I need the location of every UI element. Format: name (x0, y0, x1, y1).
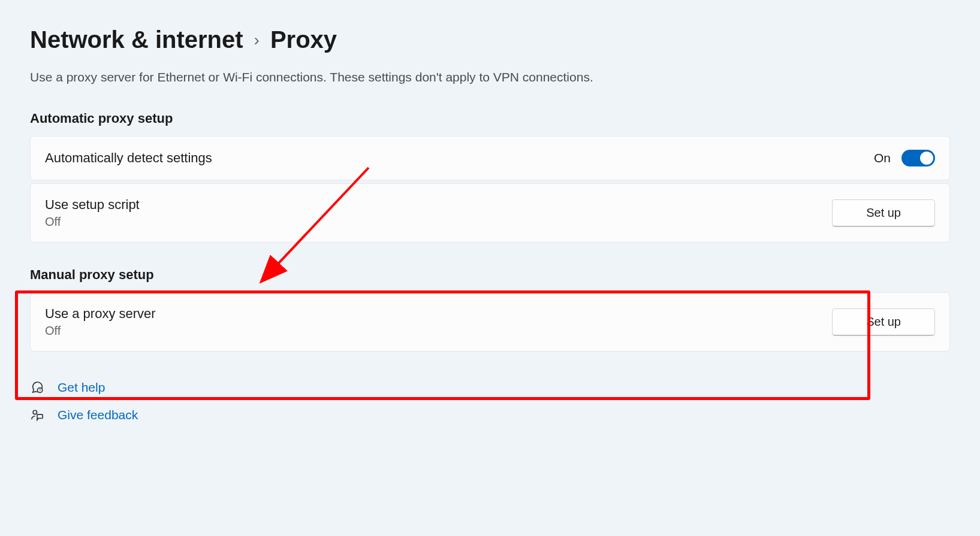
get-help-text: Get help (58, 380, 105, 395)
breadcrumb-current: Proxy (270, 26, 337, 53)
chevron-right-icon: › (254, 31, 260, 50)
toggle-knob (920, 152, 933, 165)
feedback-icon (30, 408, 44, 422)
use-proxy-status: Off (45, 324, 156, 338)
setup-script-button[interactable]: Set up (832, 199, 935, 227)
breadcrumb-parent[interactable]: Network & internet (30, 26, 243, 53)
svg-text:?: ? (39, 388, 41, 392)
get-help-link[interactable]: ? Get help (30, 380, 950, 395)
breadcrumb: Network & internet › Proxy (30, 26, 950, 53)
auto-detect-label: Automatically detect settings (45, 150, 212, 166)
automatic-proxy-heading: Automatic proxy setup (30, 111, 950, 126)
auto-detect-toggle[interactable] (901, 150, 935, 166)
auto-detect-card: Automatically detect settings On (30, 136, 950, 180)
setup-script-label: Use setup script (45, 197, 140, 213)
give-feedback-link[interactable]: Give feedback (30, 408, 950, 422)
help-icon: ? (30, 381, 44, 394)
setup-script-status: Off (45, 215, 140, 229)
help-links: ? Get help Give feedback (30, 380, 950, 422)
svg-rect-3 (37, 414, 43, 418)
use-proxy-setup-button[interactable]: Set up (832, 308, 935, 336)
use-proxy-card: Use a proxy server Off Set up (30, 292, 950, 352)
give-feedback-text: Give feedback (58, 408, 138, 422)
auto-detect-state-text: On (874, 151, 891, 165)
page-description: Use a proxy server for Ethernet or Wi-Fi… (30, 70, 950, 84)
setup-script-card: Use setup script Off Set up (30, 183, 950, 243)
svg-point-2 (33, 410, 37, 414)
use-proxy-label: Use a proxy server (45, 306, 156, 322)
manual-proxy-heading: Manual proxy setup (30, 267, 950, 283)
